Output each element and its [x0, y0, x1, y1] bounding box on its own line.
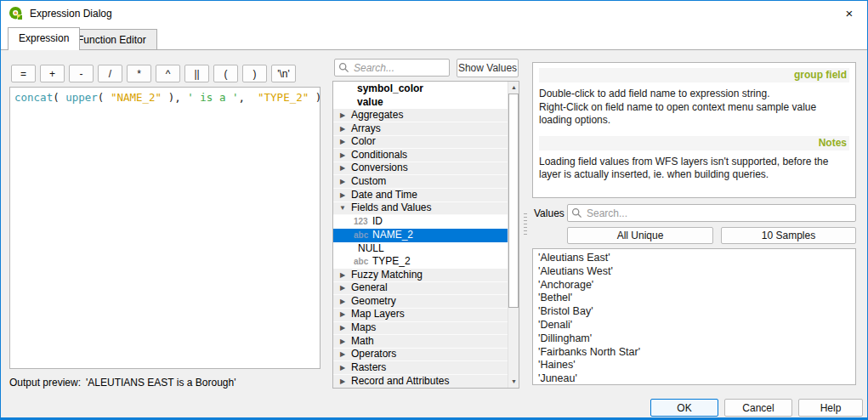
- chevron-right-icon[interactable]: ▶: [337, 282, 349, 295]
- function-tree-item[interactable]: ▶Math: [333, 335, 508, 349]
- chevron-right-icon[interactable]: ▶: [337, 335, 349, 348]
- expression-token: "TYPE_2": [258, 91, 309, 104]
- chevron-right-icon[interactable]: ▶: [337, 349, 349, 361]
- function-tree-item[interactable]: ▶Conversions: [333, 162, 508, 176]
- operator-button-row: =+-/*^||()'\n': [11, 65, 296, 82]
- tree-item-label: NAME_2: [372, 229, 413, 242]
- function-tree-item[interactable]: ▶Conditionals: [333, 149, 508, 162]
- value-list-item[interactable]: 'Aleutians East': [538, 252, 850, 265]
- chevron-down-icon[interactable]: ▼: [337, 202, 349, 215]
- tree-scrollbar[interactable]: ▲ ▼: [508, 82, 519, 388]
- scroll-down-icon[interactable]: ▼: [508, 376, 519, 388]
- value-list-item[interactable]: 'Juneau': [538, 372, 850, 385]
- output-preview-value: 'ALEUTIANS EAST is a Borough': [86, 377, 235, 389]
- function-search-input[interactable]: [334, 59, 450, 77]
- function-tree-item[interactable]: ▶Arrays: [333, 122, 508, 136]
- function-tree-item[interactable]: ▶Geometry: [333, 295, 508, 309]
- function-tree-item[interactable]: value: [333, 96, 508, 110]
- tree-item-label: Record and Attributes: [351, 375, 449, 388]
- function-tree-item[interactable]: NULL: [333, 242, 508, 256]
- chevron-right-icon[interactable]: ▶: [337, 375, 349, 388]
- chevron-right-icon[interactable]: ▶: [337, 269, 349, 281]
- chevron-right-icon[interactable]: ▶: [337, 189, 349, 201]
- chevron-right-icon[interactable]: ▶: [337, 175, 349, 188]
- function-tree-item[interactable]: ▶Operators: [333, 349, 508, 362]
- function-tree-item[interactable]: ▶Date and Time: [333, 189, 508, 202]
- ok-button[interactable]: OK: [650, 399, 718, 417]
- show-values-button[interactable]: Show Values: [457, 59, 519, 77]
- function-tree-item[interactable]: abcNAME_2: [333, 229, 508, 242]
- value-list-item[interactable]: 'Haines': [538, 359, 850, 372]
- function-tree-item[interactable]: ▶Color: [333, 136, 508, 150]
- operator-button[interactable]: *: [127, 65, 151, 82]
- chevron-right-icon[interactable]: ▶: [337, 136, 349, 149]
- tree-item-label: Map Layers: [351, 309, 405, 321]
- function-tree-item[interactable]: ▶Aggregates: [333, 109, 508, 122]
- value-list-item[interactable]: 'Bethel': [538, 292, 850, 305]
- value-list-item[interactable]: 'Aleutians West': [538, 265, 850, 279]
- close-icon[interactable]: ×: [840, 5, 859, 22]
- chevron-right-icon[interactable]: ▶: [337, 109, 349, 122]
- scrollbar-thumb[interactable]: [508, 94, 519, 308]
- tree-item-label: Maps: [351, 322, 376, 335]
- search-icon: [571, 207, 582, 219]
- operator-button[interactable]: ): [242, 65, 267, 82]
- function-tree-item[interactable]: ▶Custom: [333, 175, 508, 189]
- function-tree-item[interactable]: ▶Rasters: [333, 361, 508, 375]
- title-bar: Expression Dialog ×: [1, 1, 867, 26]
- chevron-right-icon[interactable]: ▶: [337, 122, 349, 135]
- tree-item-label: TYPE_2: [372, 255, 411, 269]
- chevron-right-icon[interactable]: ▶: [337, 149, 349, 162]
- tree-item-label: Aggregates: [351, 109, 403, 122]
- value-list-item[interactable]: 'Anchorage': [538, 279, 850, 292]
- function-tree-list: symbol_colorvalue▶Aggregates▶Arrays▶Colo…: [333, 82, 508, 388]
- scroll-up-icon[interactable]: ▲: [508, 82, 519, 94]
- operator-button[interactable]: '\n': [271, 65, 296, 82]
- function-tree-item[interactable]: ▶Map Layers: [333, 309, 508, 322]
- function-tree-item[interactable]: 123ID: [333, 215, 508, 229]
- panel-splitter-handle[interactable]: [524, 213, 527, 236]
- tree-item-label: Color: [351, 136, 376, 149]
- function-tree-item[interactable]: ▶Fuzzy Matching: [333, 269, 508, 282]
- values-search-input[interactable]: [567, 204, 856, 222]
- tab-expression[interactable]: Expression: [8, 27, 80, 50]
- tree-item-label: Custom: [351, 175, 386, 188]
- tree-item-label: Arrays: [351, 122, 381, 135]
- tree-item-label: Fuzzy Matching: [351, 269, 423, 281]
- operator-button[interactable]: (: [213, 65, 238, 82]
- chevron-right-icon[interactable]: ▶: [337, 322, 349, 335]
- tab-bar: Expression Function Editor: [1, 26, 867, 50]
- operator-button[interactable]: /: [98, 65, 122, 82]
- cancel-button[interactable]: Cancel: [724, 399, 792, 417]
- function-tree-item[interactable]: ▶Maps: [333, 322, 508, 336]
- operator-button[interactable]: ||: [184, 65, 209, 82]
- chevron-right-icon[interactable]: ▶: [337, 309, 349, 321]
- expression-token: upper: [65, 91, 98, 104]
- function-tree-item[interactable]: ▶Record and Attributes: [333, 375, 508, 389]
- function-tree-item[interactable]: ▼Fields and Values: [333, 202, 508, 216]
- expression-editor[interactable]: concat( upper( "NAME_2" ), ' is a ', "TY…: [9, 87, 321, 369]
- chevron-right-icon[interactable]: ▶: [337, 361, 349, 374]
- chevron-right-icon[interactable]: ▶: [337, 162, 349, 175]
- help-description-line1: Double-click to add field name to expres…: [539, 88, 769, 99]
- operator-button[interactable]: ^: [156, 65, 180, 82]
- value-list-item[interactable]: 'Denali': [538, 319, 850, 332]
- operator-button[interactable]: +: [40, 65, 65, 82]
- all-unique-button[interactable]: All Unique: [567, 227, 713, 244]
- function-tree-item[interactable]: abcTYPE_2: [333, 255, 508, 269]
- values-search: [567, 204, 856, 222]
- operator-button[interactable]: -: [69, 65, 94, 82]
- tree-item-label: value: [357, 96, 383, 110]
- help-button[interactable]: Help: [798, 399, 863, 417]
- function-tree-item[interactable]: symbol_color: [333, 82, 508, 96]
- value-list-item[interactable]: 'Fairbanks North Star': [538, 346, 850, 360]
- expression-token: ): [309, 91, 321, 104]
- field-type-123-icon: 123: [354, 215, 372, 229]
- output-preview: Output preview:'ALEUTIANS EAST is a Boro…: [9, 377, 235, 389]
- value-list-item[interactable]: 'Bristol Bay': [538, 305, 850, 319]
- operator-button[interactable]: =: [11, 65, 36, 82]
- samples-button[interactable]: 10 Samples: [721, 227, 856, 244]
- chevron-right-icon[interactable]: ▶: [337, 295, 349, 308]
- value-list-item[interactable]: 'Dillingham': [538, 332, 850, 346]
- function-tree-item[interactable]: ▶General: [333, 282, 508, 296]
